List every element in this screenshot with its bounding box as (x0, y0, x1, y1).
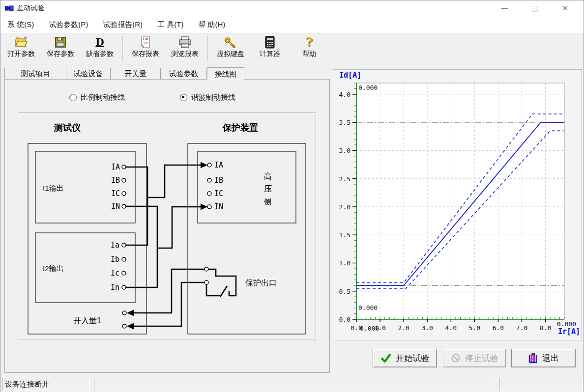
svg-text:EXL: EXL (143, 37, 149, 41)
menu-tools[interactable]: 工 具(T) (157, 20, 183, 29)
y-tick-label: 1.5 (339, 231, 350, 239)
value-annotation-bottom-right: 0.000 (557, 320, 576, 328)
radio-circle (69, 94, 77, 101)
x-tick-label: 8.0 (540, 324, 551, 332)
close-button[interactable]: ✕ (550, 0, 581, 16)
svg-text:IA: IA (111, 163, 120, 171)
plot-area (356, 83, 564, 319)
svg-text:侧: 侧 (263, 197, 272, 206)
binary-input-label: 开入量1 (73, 316, 101, 325)
stop-test-label: 停止试验 (465, 353, 498, 364)
svg-text:Ic: Ic (111, 269, 119, 278)
start-test-button[interactable]: 开始试验 (373, 349, 437, 367)
exit-button[interactable]: 退出 (511, 349, 576, 367)
export-report-icon: EXL (139, 35, 152, 49)
protection-terminal-labels: IA IB IC IN (214, 161, 223, 211)
stop-test-button: 停止试验 (443, 349, 506, 367)
svg-text:Ia: Ia (111, 241, 119, 250)
i2-output-label: I2输出 (43, 264, 64, 273)
value-annotation-origin-above: 0.000 (358, 304, 378, 311)
y-tick-label: 3.0 (339, 147, 350, 154)
svg-text:Ib: Ib (111, 255, 119, 264)
toolbar-button-label: 帮助 (302, 50, 316, 58)
device-status-panel: 设备连接断开 (2, 378, 90, 391)
title-bar: 差动试验 — □ ✕ (0, 0, 584, 17)
status-panel-middle (94, 378, 495, 391)
svg-text:IC: IC (111, 189, 120, 198)
open-params-button[interactable]: 打开参数 (1, 35, 41, 59)
calculator-icon (263, 35, 277, 49)
svg-text:IA: IA (214, 161, 223, 169)
save-floppy-icon (54, 35, 67, 49)
wiring-tab-page: 比例制动接线 谐波制动接线 测试仪 保护装置 (4, 79, 330, 373)
x-tick-label: 5.0 (469, 324, 480, 332)
x-tick-label: 3.0 (421, 324, 433, 332)
y-tick-label: 2.5 (339, 175, 350, 183)
default-params-button[interactable]: D 缺省参数 (80, 35, 119, 59)
wiring-diagram: 测试仪 保护装置 I1输出 I2输出 IA (18, 113, 316, 339)
default-d-icon: D (93, 35, 107, 49)
svg-text:压: 压 (264, 185, 272, 193)
toolbar-button-label: 保存报表 (132, 50, 159, 58)
radio-ratio-restraint[interactable]: 比例制动接线 (69, 93, 125, 102)
device-status-text: 设备连接断开 (5, 380, 49, 389)
help-button[interactable]: ? 帮助 (290, 35, 329, 59)
y-tick-label: 3.5 (339, 119, 350, 126)
calculator-button[interactable]: 计算器 (250, 35, 290, 59)
toolbar: 打开参数 保存参数 D 缺省参数 (0, 33, 584, 64)
svg-text:In: In (111, 283, 119, 292)
protection-title: 保护装置 (222, 123, 258, 133)
toolbar-button-label: 打开参数 (7, 50, 35, 58)
toolbar-button-label: 缺省参数 (86, 50, 114, 58)
exit-label: 退出 (542, 353, 559, 364)
save-params-button[interactable]: 保存参数 (41, 35, 80, 59)
i1-output-label: I1输出 (43, 184, 64, 192)
minimize-button[interactable]: — (489, 0, 520, 16)
tab-test-device[interactable]: 试验设备 (66, 68, 111, 79)
y-axis-label: Id[A] (339, 71, 361, 80)
tester-title: 测试仪 (54, 123, 81, 133)
radio-harmonic-restraint[interactable]: 谐波制动接线 (180, 93, 235, 102)
radio-circle-checked (180, 94, 187, 101)
app-window: 差动试验 — □ ✕ 系 统(S) 试验参数(P) 试验报告(R) 工 具(T)… (0, 0, 584, 392)
protection-outlet-label: 保护出口 (245, 279, 277, 287)
y-tick-label: 0.0 (339, 316, 350, 323)
y-tick-label: 0.5 (339, 288, 350, 295)
tab-switch-quantity[interactable]: 开关量 (111, 68, 161, 79)
exit-door-icon (528, 353, 538, 364)
tab-test-items[interactable]: 测试项目 (4, 68, 66, 79)
x-tick-label: 4.0 (445, 324, 457, 332)
toolbar-separator (207, 36, 208, 61)
y-tick-label: 2.0 (339, 203, 350, 211)
toolbar-button-label: 保存参数 (47, 50, 74, 58)
open-folder-icon (14, 35, 28, 49)
i1-terminal-labels: IA IB IC IN (111, 163, 120, 211)
tab-wiring-diagram[interactable]: 接线图 (207, 67, 244, 80)
virtual-keyboard-button[interactable]: 虚拟键盘 (211, 35, 250, 59)
menu-help[interactable]: 帮 助(H) (198, 20, 225, 29)
menu-bar: 系 统(S) 试验参数(P) 试验报告(R) 工 具(T) 帮 助(H) (0, 16, 584, 33)
x-axis-label: Ir[A] (558, 327, 580, 336)
wiring-diagram-groupbox: 测试仪 保护装置 I1输出 I2输出 IA (18, 112, 316, 339)
save-report-button[interactable]: EXL 保存报表 (126, 35, 165, 59)
tab-control: 测试项目 试验设备 开关量 试验参数 接线图 比例制动接线 谐波制动接线 测试仪 (4, 68, 330, 373)
check-icon (380, 353, 391, 363)
svg-text:高: 高 (264, 172, 272, 180)
y-tick-label: 1.0 (339, 259, 350, 267)
tab-test-params[interactable]: 试验参数 (161, 68, 207, 79)
menu-test-params[interactable]: 试验参数(P) (49, 20, 88, 29)
menu-test-report[interactable]: 试验报告(R) (103, 20, 143, 29)
x-tick-label: 6.0 (493, 324, 504, 332)
maximize-button[interactable]: □ (520, 0, 550, 16)
chart-panel: 0.00.51.01.52.02.53.03.54.00.01.02.03.04… (333, 69, 582, 340)
x-tick-label: 7.0 (516, 324, 527, 332)
svg-text:IB: IB (214, 176, 223, 185)
browse-report-button[interactable]: 浏览报表 (165, 35, 204, 59)
i2-terminal-labels: Ia Ib Ic In (111, 241, 119, 292)
toolbar-button-label: 计算器 (260, 50, 280, 58)
menu-system[interactable]: 系 统(S) (7, 20, 34, 29)
value-annotation-origin-below: 0.000 (360, 325, 379, 332)
stop-icon (451, 353, 461, 363)
app-icon (5, 4, 14, 12)
status-panel-right (499, 378, 583, 391)
